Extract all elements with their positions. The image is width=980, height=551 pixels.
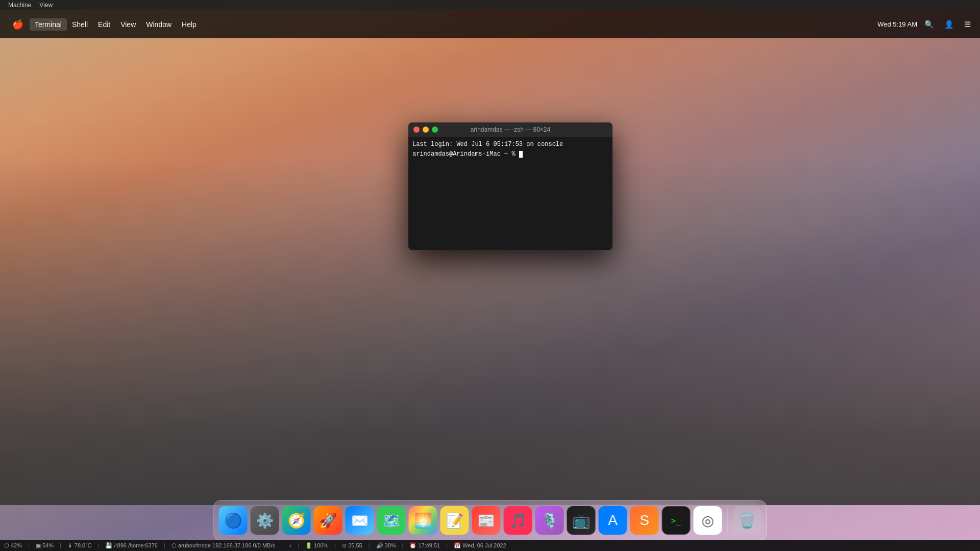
status-time: ⏰ 17:49:51 [409,542,440,549]
dock-item-safari[interactable]: 🧭 [282,506,311,535]
dock: 🔵⚙️🧭🚀✉️🗺️🌅📝📰🎵🎙️📺AS>_◎🗑️ [213,500,767,541]
menubar-time: Wed 5:19 AM [877,20,917,28]
dock-item-tv[interactable]: 📺 [567,506,596,535]
network-icon: ⬡ [172,542,177,549]
user-icon[interactable]: 👤 [941,19,957,30]
battery-icon: 🔋 [305,542,312,549]
volume-icon: 🔊 [376,542,383,549]
dock-item-finder[interactable]: 🔵 [219,506,248,535]
dock-separator [727,508,728,533]
calendar-icon: 📅 [454,542,461,549]
terminal-title: arindamdas — -zsh — 80×24 [471,126,550,133]
status-music: ♪ [289,542,292,548]
menubar: 🍎 Terminal Shell Edit View Window Help W… [0,10,980,38]
machine-menu[interactable]: Machine [4,1,35,10]
apple-logo[interactable]: 🍎 [6,17,30,32]
terminal-last-login: Last login: Wed Jul 6 05:17:53 on consol… [412,140,608,149]
status-cpu: ⬡ 42% [4,542,22,549]
menu-view[interactable]: View [115,18,141,31]
terminal-body[interactable]: Last login: Wed Jul 6 05:17:53 on consol… [408,137,612,250]
memory-icon: ▣ [36,542,41,549]
dock-item-system-preferences[interactable]: ⚙️ [251,506,279,535]
dock-item-trash[interactable]: 🗑️ [733,506,762,535]
menubar-right: Wed 5:19 AM 🔍 👤 ☰ [877,19,974,30]
disk-icon: 💾 [105,542,112,549]
menu-edit[interactable]: Edit [93,18,115,31]
cpu-icon: ⬡ [4,542,9,549]
dock-item-stickies[interactable]: 📝 [440,506,469,535]
traffic-lights [413,127,438,133]
dock-item-news[interactable]: 📰 [472,506,501,535]
dock-item-music[interactable]: 🎵 [504,506,532,535]
dock-item-maps[interactable]: 🗺️ [377,506,406,535]
status-date: 📅 Wed, 06 Jul 2022 [454,542,506,549]
terminal-cursor [519,151,523,158]
dock-item-podcasts[interactable]: 🎙️ [535,506,564,535]
status-memory: ▣ 54% [36,542,54,549]
status-bar: ⬡ 42% | ▣ 54% | 🌡 78.0°C | 💾 /:896 /home… [0,540,980,551]
dock-item-terminal[interactable]: >_ [662,506,691,535]
dock-item-mail[interactable]: ✉️ [346,506,374,535]
load-icon: ⊙ [342,542,347,549]
os-top-bar: Machine View [0,0,980,10]
minimize-button[interactable] [423,127,429,133]
status-battery: 🔋 100% [305,542,328,549]
status-network: ⬡ arubox#node 192.168.37.186 0/0 MB/s [172,542,275,549]
terminal-titlebar: arindamdas — -zsh — 80×24 [408,122,612,137]
terminal-prompt: arindamdas@Arindams-iMac ~ % [412,151,519,158]
terminal-prompt-line: arindamdas@Arindams-iMac ~ % [412,149,608,159]
dock-item-setapp[interactable]: S [630,506,659,535]
maximize-button[interactable] [432,127,438,133]
status-temp: 🌡 78.0°C [67,542,92,548]
menu-window[interactable]: Window [141,18,177,31]
temp-icon: 🌡 [67,542,73,548]
status-volume: 🔊 38% [376,542,396,549]
dock-item-photos[interactable]: 🌅 [409,506,437,535]
menu-extra-icon[interactable]: ☰ [961,19,974,30]
desktop-background [0,0,980,551]
dock-item-app-store[interactable]: A [599,506,627,535]
close-button[interactable] [413,127,420,133]
menu-terminal[interactable]: Terminal [30,18,67,31]
status-disk: 💾 /:896 /home:6376 [105,542,158,549]
view-menu[interactable]: View [35,1,57,10]
menu-shell[interactable]: Shell [67,18,93,31]
dock-item-launchpad[interactable]: 🚀 [314,506,342,535]
search-icon[interactable]: 🔍 [921,19,937,30]
clock-icon: ⏰ [409,542,416,549]
dock-item-chrome[interactable]: ◎ [694,506,722,535]
status-load: ⊙ 25.55 [342,542,362,549]
terminal-window[interactable]: arindamdas — -zsh — 80×24 Last login: We… [408,122,612,250]
menu-help[interactable]: Help [177,18,202,31]
menubar-left: 🍎 Terminal Shell Edit View Window Help [6,17,202,32]
